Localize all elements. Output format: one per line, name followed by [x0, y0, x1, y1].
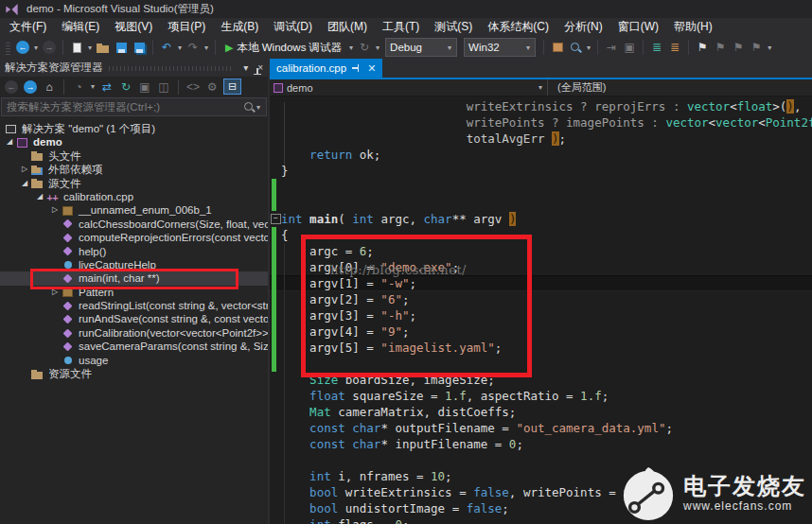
- comment-lines-icon[interactable]: ≣: [649, 39, 664, 56]
- attach-to-process-icon[interactable]: [550, 39, 565, 56]
- tree-item[interactable]: ▷Pattern: [0, 286, 268, 299]
- tree-item[interactable]: ▷__unnamed_enum_006b_1: [0, 203, 268, 217]
- properties-icon[interactable]: ⚙: [204, 79, 220, 96]
- code-line[interactable]: argv[0] = "demo.exe";: [270, 259, 812, 275]
- expand-arrow-icon[interactable]: ▷: [49, 286, 61, 299]
- view-code-icon[interactable]: <>: [185, 79, 201, 96]
- tree-item[interactable]: 解决方案 "demo" (1 个项目): [0, 122, 268, 135]
- navigate-to-icon[interactable]: ⇥: [604, 39, 619, 56]
- code-line[interactable]: totalAvgErr );: [270, 131, 812, 147]
- collapse-all-icon[interactable]: ⊟: [223, 79, 241, 96]
- toggle-bookmark-icon[interactable]: ⚑: [695, 39, 710, 56]
- forward-icon[interactable]: →: [23, 79, 38, 96]
- tree-item[interactable]: runCalibration(vector<vector<Point2f>>, …: [0, 326, 268, 340]
- menu-item[interactable]: 调试(D): [266, 17, 320, 37]
- back-icon[interactable]: ←: [4, 79, 19, 96]
- code-line[interactable]: int main( int argc, char** argv ): [270, 211, 812, 227]
- code-editor[interactable]: − http://blog.csdn.net/ 电子发烧友 www.elecfa…: [270, 96, 812, 524]
- code-line[interactable]: [270, 452, 812, 468]
- collapse-arrow-icon[interactable]: ◢: [19, 177, 30, 190]
- code-line[interactable]: int flags = 0;: [270, 516, 812, 524]
- code-line[interactable]: float squareSize = 1.f, aspectRatio = 1.…: [270, 388, 812, 404]
- code-line[interactable]: return ok;: [270, 147, 812, 163]
- menu-item[interactable]: 测试(S): [427, 17, 480, 37]
- menu-item[interactable]: 帮助(H): [666, 17, 720, 37]
- pending-changes-caret[interactable]: ▾: [91, 82, 95, 91]
- search-icon[interactable]: [243, 101, 256, 114]
- nav-backward-icon[interactable]: ←: [15, 39, 30, 56]
- solution-search-input[interactable]: 搜索解决方案资源管理器(Ctrl+;) ▾: [1, 97, 267, 116]
- pending-changes-filter-icon[interactable]: ◔: [71, 79, 86, 96]
- refresh-icon[interactable]: ↻: [118, 79, 133, 96]
- code-line[interactable]: const char* inputFilename = 0;: [270, 436, 812, 452]
- tree-item[interactable]: readStringList(const string &, vector<st…: [0, 299, 268, 312]
- collapse-arrow-icon[interactable]: ◢: [34, 190, 45, 203]
- menu-item[interactable]: 编辑(E): [54, 17, 107, 37]
- solution-configuration-select[interactable]: Debug▾: [385, 38, 457, 57]
- tree-item[interactable]: ◢源文件: [0, 177, 268, 190]
- save-all-icon[interactable]: [132, 39, 147, 56]
- code-line[interactable]: const char* outputFilename = "out_camera…: [270, 420, 812, 436]
- code-line[interactable]: Mat cameraMatrix, distCoeffs;: [270, 404, 812, 420]
- tree-item[interactable]: ◢calibration.cpp: [0, 190, 268, 203]
- tree-item[interactable]: liveCaptureHelp: [0, 258, 268, 271]
- tree-item[interactable]: computeReprojectionErrors(const vector<v…: [0, 231, 268, 244]
- find-in-files-icon[interactable]: [568, 39, 583, 56]
- collapse-arrow-icon[interactable]: ◢: [4, 135, 15, 148]
- tree-item[interactable]: 头文件: [0, 149, 268, 163]
- code-line[interactable]: Size boardSize, imageSize;: [270, 372, 812, 388]
- navbar-scope-dropdown[interactable]: (全局范围): [548, 79, 812, 96]
- code-line[interactable]: }: [270, 163, 812, 179]
- tree-item[interactable]: runAndSave(const string &, const vector<…: [0, 312, 268, 325]
- tree-item[interactable]: main(int, char **): [0, 271, 268, 285]
- code-line[interactable]: [270, 179, 812, 195]
- code-line[interactable]: {: [270, 227, 812, 243]
- find-menu-caret[interactable]: ▾: [587, 44, 591, 52]
- preview-selected-icon[interactable]: ◫: [156, 79, 171, 96]
- code-line[interactable]: bool undistortImage = false;: [270, 500, 812, 516]
- next-bookmark-icon[interactable]: ⚑: [731, 39, 746, 56]
- tree-item[interactable]: 资源文件: [0, 367, 268, 380]
- redo-menu-caret[interactable]: ▾: [204, 44, 208, 52]
- new-file-icon[interactable]: [69, 39, 84, 56]
- code-line[interactable]: writePoints ? imagePoints : vector<vecto…: [270, 114, 812, 131]
- start-debugging-button[interactable]: ▶本地 Windows 调试器: [221, 41, 345, 55]
- tree-item[interactable]: ◢demo: [0, 135, 268, 148]
- tree-item[interactable]: calcChessboardCorners(Size, float, vecto…: [0, 218, 268, 231]
- save-icon[interactable]: [114, 39, 129, 56]
- restart-menu-caret[interactable]: ▾: [376, 44, 380, 52]
- sync-with-active-document-icon[interactable]: ⇄: [99, 79, 115, 96]
- pin-icon[interactable]: [352, 63, 362, 73]
- home-icon[interactable]: ⌂: [42, 79, 57, 96]
- show-all-files-icon[interactable]: ▣: [137, 79, 152, 96]
- code-line[interactable]: argv[2] = "6";: [270, 291, 812, 307]
- code-line[interactable]: [270, 356, 812, 372]
- menu-item[interactable]: 团队(M): [320, 17, 375, 37]
- tree-item[interactable]: help(): [0, 245, 268, 258]
- editor-tab-calibration-cpp[interactable]: calibration.cpp ✕: [270, 59, 382, 78]
- menu-item[interactable]: 窗口(W): [610, 17, 666, 37]
- code-line[interactable]: argc = 6;: [270, 243, 812, 259]
- clear-bookmarks-icon[interactable]: ⚑: [749, 39, 764, 56]
- search-options-caret[interactable]: ▾: [256, 103, 260, 112]
- code-line[interactable]: int i, nframes = 10;: [270, 468, 812, 484]
- redo-icon[interactable]: ↷: [185, 39, 201, 56]
- menu-item[interactable]: 工具(T): [375, 17, 427, 37]
- uncomment-lines-icon[interactable]: ≣: [667, 39, 682, 56]
- undo-icon[interactable]: ↶: [159, 39, 174, 56]
- navbar-project-dropdown[interactable]: demo ▾: [270, 79, 547, 96]
- tree-item[interactable]: ▷外部依赖项: [0, 163, 268, 176]
- nav-backward-menu-caret[interactable]: ▾: [34, 44, 38, 52]
- bookmarks-menu-caret[interactable]: ▾: [768, 44, 771, 52]
- menu-item[interactable]: 分析(N): [556, 17, 610, 37]
- expand-arrow-icon[interactable]: ▷: [19, 163, 30, 176]
- start-debugging-menu-caret[interactable]: ▾: [349, 44, 353, 52]
- code-line[interactable]: argv[5] = "imagelist.yaml";: [270, 340, 812, 356]
- copy-icon[interactable]: ▣: [622, 39, 637, 56]
- code-line[interactable]: argv[4] = "9";: [270, 323, 812, 340]
- tree-item[interactable]: usage: [0, 354, 268, 367]
- code-line[interactable]: argv[3] = "-h";: [270, 307, 812, 323]
- nav-forward-icon[interactable]: →: [42, 39, 57, 56]
- new-file-menu-caret[interactable]: ▾: [88, 44, 92, 52]
- code-line[interactable]: argv[1] = "-w";: [270, 275, 812, 291]
